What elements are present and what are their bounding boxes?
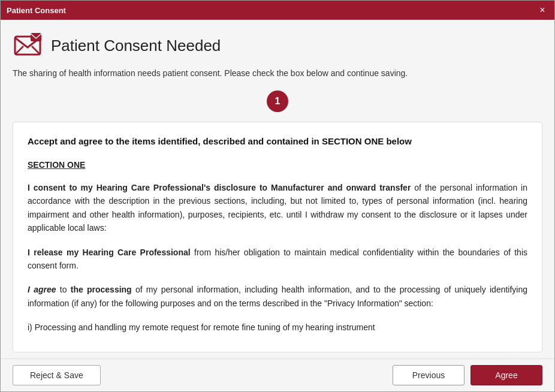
svg-line-2 [32,46,40,55]
footer: Reject & Save Previous Agree [1,358,554,391]
step-circle-1: 1 [267,91,288,112]
dialog-title: Patient Consent [7,6,66,15]
page-title: Patient Consent Needed [51,37,221,55]
section-one-heading: Accept and agree to the items identified… [28,134,527,149]
paragraph-3-middle: to [60,285,71,294]
footer-left: Reject & Save [13,365,101,385]
close-button[interactable]: × [536,4,548,16]
title-bar: Patient Consent × [1,1,554,20]
previous-button[interactable]: Previous [393,365,464,385]
paragraph-2-bold: I release my Hearing Care Professional [28,248,191,257]
header-row: Patient Consent Needed [13,31,542,61]
patient-consent-dialog: Patient Consent × Patient Consent Needed… [0,0,555,392]
svg-line-1 [15,46,23,55]
step-indicator: 1 [13,91,542,112]
agree-button[interactable]: Agree [470,365,542,385]
envelope-icon [13,31,43,61]
consent-content-box[interactable]: Accept and agree to the items identified… [13,122,542,352]
svg-rect-3 [31,33,41,41]
paragraph-3-agree: I agree [28,285,56,294]
consent-paragraph-2: I release my Hearing Care Professional f… [28,246,527,273]
consent-paragraph-3: I agree to the processing of my personal… [28,283,527,310]
footer-right: Previous Agree [393,365,542,385]
consent-paragraph-1: I consent to my Hearing Care Professiona… [28,181,527,235]
paragraph-1-bold: I consent to my Hearing Care Professiona… [28,183,411,192]
paragraph-3-processing: the processing [71,285,132,294]
dialog-body: Patient Consent Needed The sharing of he… [1,20,554,358]
list-item-1: i) Processing and handling my remote req… [28,321,527,334]
subtitle-text: The sharing of health information needs … [13,68,542,80]
reject-save-button[interactable]: Reject & Save [13,365,101,385]
section-one-label: SECTION ONE [28,158,527,171]
